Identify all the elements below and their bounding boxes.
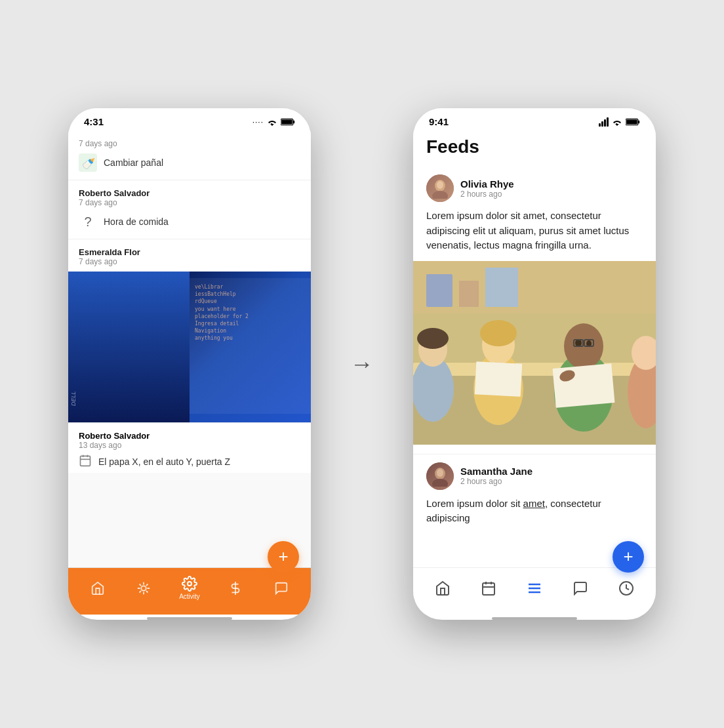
phone-feeds: 9:41 Feeds <box>413 108 656 620</box>
arrow: → <box>350 350 374 378</box>
svg-point-10 <box>188 582 191 586</box>
svg-rect-13 <box>638 120 639 123</box>
time-2: 9:41 <box>429 116 449 127</box>
svg-rect-1 <box>293 120 294 123</box>
fab-icon-2: + <box>623 548 633 565</box>
nav-home-1[interactable] <box>75 580 121 596</box>
fab-icon-1: + <box>278 548 288 565</box>
nav2-chat[interactable] <box>557 579 603 597</box>
svg-point-46 <box>432 479 448 487</box>
olivia-avatar <box>426 174 454 202</box>
post-text-2: Lorem ipsum dolor sit amet, consectetur … <box>426 496 643 526</box>
feed-item-1: 7 days ago 🍼 Cambiar pañal <box>68 131 311 180</box>
svg-rect-48 <box>483 583 494 595</box>
activity-row-4: El papa X, en el auto Y, puerta Z <box>79 454 300 469</box>
calendar-icon-p1 <box>79 454 92 469</box>
nav2-calendar[interactable] <box>466 579 512 597</box>
post-text-1: Lorem ipsum dolor sit amet, consectetur … <box>426 209 643 253</box>
signal-bars-icon <box>599 117 609 127</box>
time-1: 4:31 <box>84 116 104 127</box>
status-icons-1: ···· <box>252 117 295 127</box>
post-text-partial: Lorem ipsum dolor sit <box>426 498 523 509</box>
status-icons-2 <box>599 117 640 127</box>
post-image-1 <box>413 261 656 445</box>
author-name-1: Olivia Rhye <box>460 178 514 190</box>
author-3: Esmeralda Flor <box>79 247 300 257</box>
wifi-icon <box>267 118 277 126</box>
code-text: ve\Librar iessBatchHelp rdQueue you want… <box>190 278 311 414</box>
post-meta-2: Samantha Jane 2 hours ago <box>460 466 533 486</box>
home-icon-nav2 <box>433 579 452 597</box>
home-indicator-2 <box>492 617 577 620</box>
post-time-2: 2 hours ago <box>460 477 533 486</box>
svg-rect-5 <box>81 456 90 466</box>
nav-settings-active[interactable]: Activity <box>167 576 212 600</box>
bottom-nav-1: Activity <box>68 567 311 615</box>
status-bar-2: 9:41 <box>413 108 656 131</box>
list-icon-nav2 <box>525 579 544 597</box>
page-title: Feeds <box>413 131 656 165</box>
nav2-home[interactable] <box>420 579 466 597</box>
signal-icon: ···· <box>252 117 264 127</box>
nav-activity-1[interactable] <box>121 580 167 596</box>
activity-row-2: ? Hora de comida <box>79 212 300 231</box>
svg-rect-2 <box>281 119 292 124</box>
home-indicator-1 <box>147 617 232 620</box>
nav-dollar[interactable] <box>212 580 258 596</box>
time-ago-4: 13 days ago <box>79 441 300 450</box>
time-ago-3: 7 days ago <box>79 257 300 266</box>
svg-point-9 <box>141 586 146 590</box>
post-meta-1: Olivia Rhye 2 hours ago <box>460 178 514 199</box>
gear-icon-nav <box>182 576 197 592</box>
activity-text-1: Cambiar pañal <box>104 157 163 168</box>
fab-button-1[interactable]: + <box>268 541 299 573</box>
home-icon-nav <box>90 580 106 596</box>
samantha-avatar <box>426 462 454 490</box>
monitor-bg <box>68 272 190 422</box>
activity-icon-nav <box>136 580 151 596</box>
svg-rect-14 <box>626 119 637 124</box>
post-time-1: 2 hours ago <box>460 190 514 199</box>
author-4: Roberto Salvador <box>79 431 300 441</box>
nav2-reports[interactable] <box>603 579 649 597</box>
time-ago-1: 7 days ago <box>79 139 300 148</box>
chat-icon-nav <box>273 580 289 596</box>
post-card-2: Samantha Jane 2 hours ago Lorem ipsum do… <box>413 454 656 531</box>
diaper-icon: 🍼 <box>79 153 97 172</box>
svg-point-17 <box>437 181 443 189</box>
activity-row-1: 🍼 Cambiar pañal <box>79 153 300 172</box>
feed-item-3: Esmeralda Flor 7 days ago ve\Librar iess… <box>68 239 311 423</box>
author-2: Roberto Salvador <box>79 188 300 198</box>
post-header-2: Samantha Jane 2 hours ago <box>426 462 643 490</box>
activity-content: 7 days ago 🍼 Cambiar pañal Roberto Salva… <box>68 131 311 567</box>
activity-text-4: El papa X, en el auto Y, puerta Z <box>98 456 230 467</box>
post-header-1: Olivia Rhye 2 hours ago <box>426 174 643 202</box>
battery-icon <box>281 118 295 126</box>
bottom-nav-2 <box>413 567 656 615</box>
feed-item-2: Roberto Salvador 7 days ago ? Hora de co… <box>68 180 311 239</box>
reports-icon-nav2 <box>617 579 635 597</box>
svg-text:🍼: 🍼 <box>82 157 95 170</box>
activity-text-2: Hora de comida <box>104 216 169 227</box>
nav2-feeds-active[interactable] <box>512 579 557 597</box>
food-icon: ? <box>79 212 97 231</box>
post-card-1: Olivia Rhye 2 hours ago Lorem ipsum dolo… <box>413 165 656 454</box>
battery-icon-2 <box>626 118 640 126</box>
feed-image-3: ve\Librar iessBatchHelp rdQueue you want… <box>68 272 311 422</box>
feeds-content: Olivia Rhye 2 hours ago Lorem ipsum dolo… <box>413 165 656 567</box>
svg-rect-44 <box>413 261 656 445</box>
dell-label: DELL <box>70 391 77 406</box>
wifi-icon-2 <box>612 118 622 126</box>
calendar-icon-nav2 <box>479 579 498 597</box>
author-name-2: Samantha Jane <box>460 466 533 477</box>
fab-button-2[interactable]: + <box>613 541 644 573</box>
chat-icon-nav2 <box>571 579 590 597</box>
scene: 4:31 ···· 7 days ago 🍼 <box>0 0 724 728</box>
status-bar-1: 4:31 ···· <box>68 108 311 131</box>
dollar-icon-nav <box>228 580 243 596</box>
post-text-link[interactable]: amet <box>523 498 545 509</box>
phone-activity: 4:31 ···· 7 days ago 🍼 <box>68 108 311 620</box>
nav-chat-1[interactable] <box>258 580 304 596</box>
svg-point-47 <box>437 469 443 477</box>
nav-label-activity: Activity <box>179 593 200 600</box>
